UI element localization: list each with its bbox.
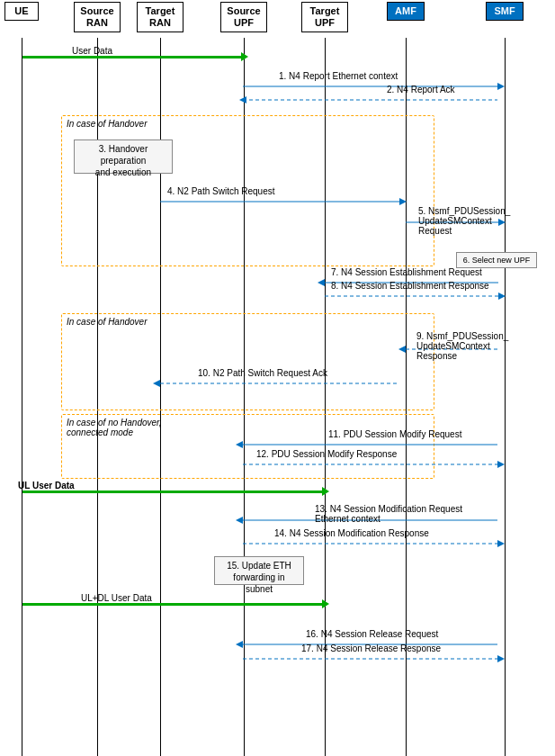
handover-box-2-label: In case of Handover bbox=[67, 317, 148, 327]
ul-dl-user-data-label: UL+DL User Data bbox=[81, 593, 152, 603]
sequence-diagram: ue SourceRAN TargetRAN SourceUPF TargetU… bbox=[0, 0, 555, 756]
svg-marker-21 bbox=[236, 517, 243, 524]
arrow-17 bbox=[243, 653, 508, 664]
header-smf: SMF bbox=[486, 2, 524, 21]
msg-7-label: 7. N4 Session Establishment Request bbox=[331, 267, 482, 277]
msg-16-label: 16. N4 Session Release Request bbox=[306, 629, 438, 639]
handover-prep-note: 3. Handover preparationand execution bbox=[74, 140, 173, 174]
msg-14-label: 14. N4 Session Modification Response bbox=[274, 528, 429, 538]
header-ue: ue bbox=[4, 2, 39, 21]
ul-user-data-label: UL User Data bbox=[18, 481, 75, 490]
msg-4-label: 4. N2 Path Switch Request bbox=[167, 186, 275, 196]
header-source-upf: SourceUPF bbox=[220, 2, 267, 32]
header-source-ran: SourceRAN bbox=[74, 2, 121, 32]
arrow-2 bbox=[243, 94, 508, 105]
svg-marker-23 bbox=[497, 540, 505, 547]
msg-10-label: 10. N2 Path Switch Request Ack bbox=[198, 368, 327, 378]
msg-11-label: 11. PDU Session Modify Request bbox=[328, 429, 461, 439]
update-eth-note: 15. Update ETHforwarding in subnet bbox=[214, 556, 304, 585]
handover-box-2 bbox=[61, 313, 434, 410]
msg-12-label: 12. PDU Session Modify Response bbox=[256, 449, 397, 459]
msg-9-label: 9. Nsmf_PDUSession_UpdateSMContextRespon… bbox=[416, 331, 508, 361]
arrow-14 bbox=[243, 538, 508, 549]
lifeline-ue bbox=[22, 38, 22, 756]
ul-user-data-arrow bbox=[22, 490, 323, 493]
arrow-12 bbox=[243, 459, 508, 470]
svg-marker-11 bbox=[498, 292, 506, 300]
msg-13-label: 13. N4 Session Modification RequestEther… bbox=[315, 504, 462, 524]
svg-marker-1 bbox=[497, 83, 505, 90]
arrow-1 bbox=[243, 81, 508, 92]
msg-5-label: 5. Nsmf_PDUSession_UpdateSMContextReques… bbox=[418, 206, 510, 236]
svg-marker-25 bbox=[236, 641, 243, 648]
header-target-ran: TargetRAN bbox=[137, 2, 184, 32]
msg-17-label: 17. N4 Session Release Response bbox=[301, 644, 441, 653]
header-amf: AMF bbox=[387, 2, 425, 21]
svg-marker-3 bbox=[239, 96, 246, 104]
svg-marker-19 bbox=[497, 461, 505, 468]
ul-dl-user-data-arrow bbox=[22, 603, 323, 606]
user-data-label: User Data bbox=[72, 46, 112, 56]
msg-2-label: 2. N4 Report Ack bbox=[387, 85, 455, 94]
msg-8-label: 8. N4 Session Establishment Response bbox=[331, 281, 489, 291]
msg-1-label: 1. N4 Report Ethernet context bbox=[279, 71, 398, 81]
select-upf-note: 6. Select new UPF bbox=[456, 252, 537, 268]
arrow-8 bbox=[325, 291, 509, 302]
handover-box-1-label: In case of Handover bbox=[67, 119, 148, 129]
no-handover-box-label: In case of no Handover,connected mode bbox=[67, 418, 162, 437]
arrow-10 bbox=[160, 378, 410, 389]
svg-marker-9 bbox=[318, 279, 325, 286]
svg-marker-5 bbox=[399, 198, 407, 205]
arrow-4 bbox=[160, 196, 410, 207]
header-target-upf: TargetUPF bbox=[301, 2, 348, 32]
svg-marker-27 bbox=[497, 655, 505, 662]
user-data-arrow bbox=[22, 56, 242, 58]
